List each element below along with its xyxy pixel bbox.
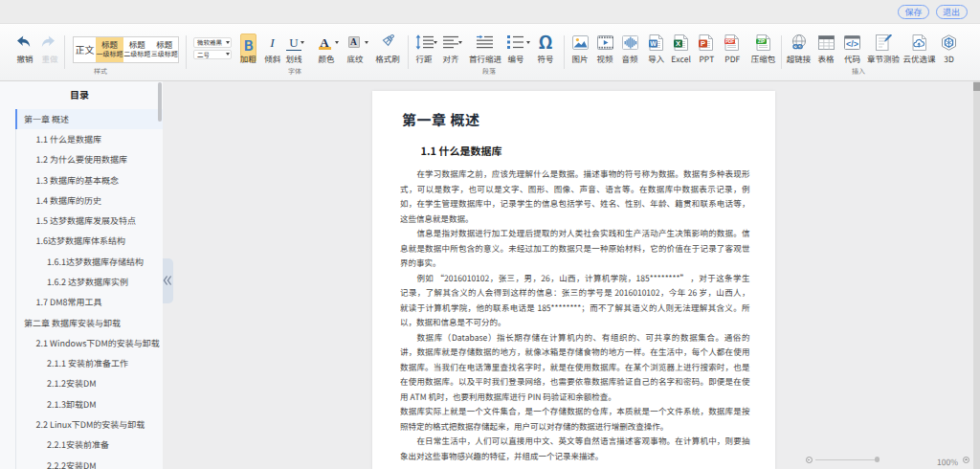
svg-text:ZIP: ZIP xyxy=(757,38,764,43)
svg-text:PDF: PDF xyxy=(725,38,734,43)
svg-text:</>: </> xyxy=(846,38,858,48)
svg-text:P: P xyxy=(701,39,705,48)
svg-text:X: X xyxy=(676,39,680,48)
svg-text:W: W xyxy=(650,40,657,47)
